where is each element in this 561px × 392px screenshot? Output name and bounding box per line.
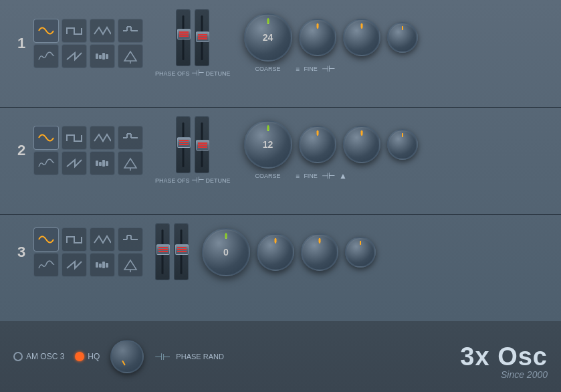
osc-1-number: 1 [12, 36, 31, 51]
osc3-wave-sine[interactable] [33, 227, 59, 252]
osc2-wave-noise[interactable] [90, 151, 115, 175]
svg-rect-27 [96, 262, 98, 268]
osc3-detune-fader[interactable] [174, 223, 189, 280]
osc1-wave-sine2[interactable] [33, 44, 59, 68]
osc1-wave-sine[interactable] [33, 19, 59, 43]
osc2-vol-knob[interactable] [343, 126, 380, 163]
osc1-wave-square[interactable] [62, 19, 87, 43]
osc3-fader-pair [155, 223, 189, 280]
svg-rect-28 [99, 264, 102, 268]
bottom-main-knob[interactable] [110, 340, 144, 373]
hq-toggle[interactable]: HQ [75, 352, 100, 361]
osc2-eq-icon[interactable]: ≡ [296, 173, 300, 180]
svg-marker-9 [124, 52, 136, 61]
svg-marker-31 [124, 260, 136, 270]
row-divider-2 [0, 214, 561, 215]
svg-rect-18 [102, 160, 105, 167]
osc1-vol-knob[interactable] [343, 19, 380, 56]
svg-rect-29 [102, 262, 105, 268]
osc-3-row: 3 [0, 223, 561, 280]
osc1-fine-knob[interactable] [299, 19, 336, 56]
osc3-wave-noise[interactable] [90, 253, 115, 277]
osc1-fine-label: FINE [304, 66, 318, 72]
osc-3-number: 3 [12, 245, 31, 260]
osc2-wave-pulse[interactable] [118, 126, 143, 150]
svg-rect-17 [99, 162, 102, 166]
am-osc3-toggle[interactable]: AM OSC 3 [13, 352, 64, 361]
svg-rect-7 [102, 53, 105, 60]
osc1-eq-icon[interactable]: ≡ [296, 66, 300, 73]
osc-2-row: 2 [0, 116, 561, 185]
hq-label: HQ [88, 352, 100, 361]
osc1-wave-blend[interactable] [118, 44, 143, 68]
osc3-fine-knob[interactable] [257, 233, 294, 271]
bottom-bar: AM OSC 3 HQ ⊣⊢ PHASE RAND 3x Osc Since 2… [0, 321, 561, 392]
osc2-arrow-down[interactable]: ▲ [339, 171, 347, 181]
osc3-wave-saw[interactable] [62, 253, 87, 277]
svg-rect-8 [106, 54, 108, 59]
svg-rect-16 [96, 161, 98, 166]
osc1-phase-fader[interactable] [176, 9, 191, 66]
osc1-pan-knob[interactable] [387, 22, 418, 53]
osc2-wave-blend[interactable] [118, 151, 143, 175]
osc1-wave-pulse[interactable] [118, 19, 143, 43]
osc1-arrows-icon[interactable]: ⊣⊢ [322, 64, 335, 74]
svg-rect-30 [106, 263, 108, 268]
row-divider-1 [0, 107, 561, 108]
osc2-wave-tri[interactable] [90, 126, 115, 150]
osc2-coarse-knob[interactable]: 12 [244, 120, 292, 169]
osc1-coarse-knob[interactable]: 24 [244, 13, 292, 62]
osc1-detune-label: DETUNE [206, 70, 231, 77]
osc2-fader-pair [176, 116, 209, 173]
osc1-fader-pair [176, 9, 209, 66]
osc2-detune-label: DETUNE [206, 177, 231, 184]
osc1-link-icon[interactable]: ⊣⊢ [191, 69, 205, 78]
osc2-wave-sine[interactable] [33, 126, 59, 150]
osc1-wave-noise[interactable] [90, 44, 115, 68]
brand-name: 3x Osc [460, 344, 548, 369]
osc2-wave-square[interactable] [62, 126, 87, 150]
svg-rect-19 [106, 161, 108, 166]
osc2-link-icon[interactable]: ⊣⊢ [191, 176, 205, 185]
osc2-fine-label: FINE [304, 173, 318, 179]
osc3-coarse-knob[interactable]: 0 [202, 228, 250, 276]
osc2-fine-knob[interactable] [299, 126, 336, 163]
osc2-phase-fader[interactable] [176, 116, 191, 173]
brand-section: 3x Osc Since 2000 [460, 344, 548, 380]
osc3-wave-square[interactable] [62, 227, 87, 252]
osc3-wave-pulse[interactable] [118, 227, 143, 252]
osc1-coarse-label: COARSE [244, 66, 292, 72]
osc2-phase-ofs-label: PHASE OFS [155, 177, 190, 184]
phase-rand-control: ⊣⊢ PHASE RAND [154, 351, 224, 362]
osc2-coarse-label: COARSE [244, 173, 292, 179]
osc2-wave-sine2[interactable] [33, 151, 59, 175]
svg-rect-5 [96, 54, 98, 59]
osc3-phase-fader[interactable] [155, 223, 170, 280]
am-osc3-radio[interactable] [13, 352, 23, 361]
osc3-wave-blend[interactable] [118, 253, 143, 277]
osc1-wave-tri[interactable] [90, 19, 115, 43]
osc3-pan-knob[interactable] [345, 237, 376, 268]
brand-sub: Since 2000 [460, 369, 548, 380]
osc-2-number: 2 [12, 143, 31, 158]
osc2-detune-fader[interactable] [195, 116, 209, 173]
svg-rect-6 [99, 55, 102, 59]
osc3-wave-sine2[interactable] [33, 253, 59, 277]
osc1-wave-saw[interactable] [62, 44, 87, 68]
main-panel: 1 [0, 0, 561, 321]
phase-rand-label: PHASE RAND [176, 353, 224, 361]
am-osc3-label: AM OSC 3 [26, 352, 64, 361]
osc2-wave-saw[interactable] [62, 151, 87, 175]
osc3-vol-knob[interactable] [301, 233, 338, 271]
osc1-detune-fader[interactable] [195, 9, 209, 66]
svg-marker-20 [124, 159, 136, 168]
osc1-phase-ofs-label: PHASE OFS [155, 70, 190, 77]
hq-radio[interactable] [75, 352, 84, 361]
phase-rand-arrows[interactable]: ⊣⊢ [154, 351, 171, 362]
osc2-arrows-icon[interactable]: ⊣⊢ [322, 171, 335, 181]
osc-1-row: 1 [0, 9, 561, 78]
osc2-pan-knob[interactable] [387, 129, 418, 160]
osc3-wave-tri[interactable] [90, 227, 115, 252]
